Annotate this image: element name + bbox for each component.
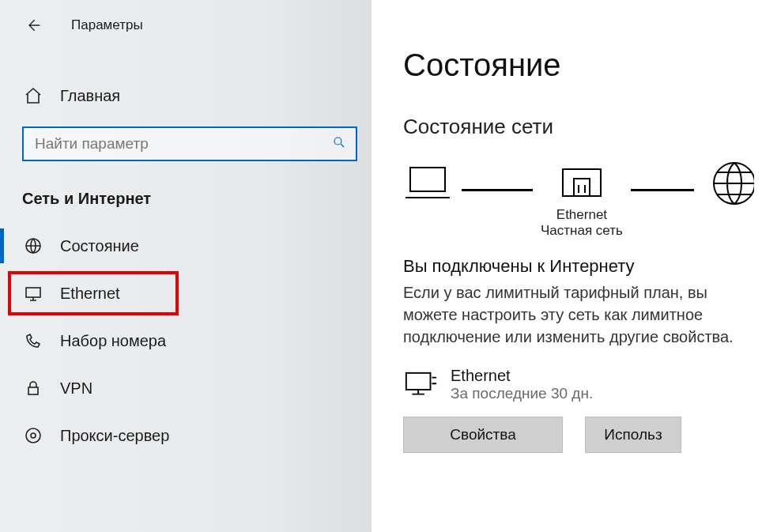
network-diagram: Ethernet Частная сеть: [402, 161, 762, 240]
main-content: Состояние Состояние сети Ethernet Частна…: [372, 0, 762, 532]
router-icon: [556, 161, 608, 206]
search-icon: [332, 135, 346, 153]
sidebar-section-title: Сеть и Интернет: [22, 190, 372, 208]
connection-row: Ethernet За последние 30 дн.: [403, 367, 762, 402]
section-subtitle: Состояние сети: [403, 115, 762, 139]
usage-button[interactable]: Использ: [585, 417, 681, 453]
settings-window: Параметры Главная Сеть и Интернет Состоя…: [0, 0, 762, 532]
sidebar-item-label: Ethernet: [60, 285, 120, 303]
back-button[interactable]: [19, 11, 47, 40]
svg-point-5: [31, 433, 36, 438]
diagram-computer: [402, 161, 454, 240]
search-input[interactable]: [33, 134, 332, 153]
svg-rect-7: [563, 169, 601, 196]
sidebar-item-label: Набор номера: [60, 332, 166, 350]
svg-rect-9: [406, 373, 431, 390]
globe-icon: [24, 236, 43, 255]
diagram-router-caption: Ethernet Частная сеть: [541, 207, 623, 240]
connected-description: Если у вас лимитный тарифный план, вы мо…: [403, 281, 762, 348]
sidebar-item-proxy[interactable]: Прокси-сервер: [0, 412, 372, 459]
globe-large-icon: [702, 161, 754, 206]
connection-name: Ethernet: [451, 367, 593, 385]
svg-rect-3: [28, 387, 38, 394]
sidebar: Параметры Главная Сеть и Интернет Состоя…: [0, 0, 372, 532]
monitor-icon: [24, 284, 43, 303]
sidebar-item-dialup[interactable]: Набор номера: [0, 317, 372, 364]
svg-point-4: [26, 428, 40, 443]
sidebar-home[interactable]: Главная: [0, 74, 372, 117]
diagram-line: [631, 189, 694, 191]
proxy-icon: [24, 426, 43, 445]
window-title: Параметры: [71, 17, 143, 33]
button-row: Свойства Использ: [403, 417, 762, 453]
sidebar-item-status[interactable]: Состояние: [0, 222, 372, 270]
diagram-line: [462, 189, 533, 191]
search-box[interactable]: [22, 126, 357, 161]
titlebar: Параметры: [0, 9, 372, 41]
diagram-internet: [702, 161, 754, 240]
sidebar-item-label: Состояние: [60, 237, 139, 255]
svg-rect-6: [410, 168, 445, 191]
phone-icon: [24, 331, 43, 350]
connected-heading: Вы подключены к Интернету: [403, 256, 762, 277]
page-title: Состояние: [403, 47, 762, 83]
sidebar-home-label: Главная: [60, 87, 120, 105]
ethernet-adapter-icon: [403, 370, 439, 402]
sidebar-item-label: Прокси-сервер: [60, 427, 169, 445]
svg-rect-2: [26, 288, 40, 297]
sidebar-item-ethernet[interactable]: Ethernet: [6, 270, 180, 317]
properties-button[interactable]: Свойства: [403, 417, 563, 453]
laptop-icon: [402, 161, 454, 206]
sidebar-item-vpn[interactable]: VPN: [0, 364, 372, 412]
diagram-router: Ethernet Частная сеть: [541, 161, 623, 240]
connection-subtext: За последние 30 дн.: [451, 385, 593, 402]
svg-point-0: [334, 138, 341, 145]
lock-icon: [24, 379, 43, 398]
home-icon: [24, 86, 43, 105]
sidebar-item-label: VPN: [60, 379, 92, 398]
back-arrow-icon: [25, 17, 41, 33]
search-container: [22, 126, 357, 161]
